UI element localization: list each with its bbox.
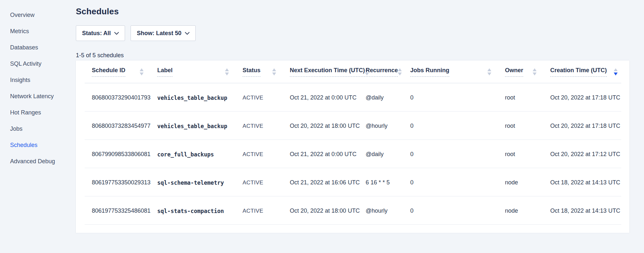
- jobs-running-cell: 0: [410, 140, 505, 168]
- creation-time-cell: Oct 18, 2022 at 14:13 UTC: [550, 168, 629, 196]
- table-header-row: Schedule ID Label Status Next Execution …: [76, 60, 629, 83]
- jobs-running-cell: 0: [410, 168, 505, 196]
- next-execution-cell: Oct 21, 2022 at 0:00 UTC: [290, 83, 366, 112]
- sort-arrows-desc-active-icon[interactable]: [614, 68, 618, 75]
- sidebar-item-hot-ranges[interactable]: Hot Ranges: [10, 109, 76, 116]
- label-cell: vehicles_table_backup: [157, 112, 243, 140]
- jobs-running-cell: 0: [410, 196, 505, 225]
- label-cell: vehicles_table_backup: [157, 83, 243, 112]
- show-filter-dropdown[interactable]: Show: Latest 50: [131, 25, 196, 41]
- jobs-running-cell: 0: [410, 112, 505, 140]
- table-row: 806197753350029313 sql-schema-telemetry …: [76, 168, 629, 196]
- owner-cell: root: [505, 140, 550, 168]
- filter-bar: Status: All Show: Latest 50: [76, 25, 633, 41]
- page-title: Schedules: [76, 7, 633, 17]
- column-header-label: Creation Time (UTC): [550, 67, 607, 77]
- column-header-schedule-id[interactable]: Schedule ID: [76, 67, 157, 77]
- label-cell: sql-stats-compaction: [157, 196, 243, 225]
- schedule-id-cell: 806800373283454977: [76, 112, 157, 140]
- sidebar-item-insights[interactable]: Insights: [10, 77, 76, 83]
- status-cell: ACTIVE: [243, 123, 263, 129]
- status-cell: ACTIVE: [243, 180, 263, 186]
- table-row: 806799098533806081 core_full_backups ACT…: [76, 140, 629, 168]
- sort-arrows-icon[interactable]: [533, 68, 537, 75]
- recurrence-cell: @hourly: [366, 112, 410, 140]
- column-header-label: Label: [157, 67, 173, 77]
- sidebar-item-advanced-debug[interactable]: Advanced Debug: [10, 158, 76, 165]
- schedule-id-cell: 806197753350029313: [76, 168, 157, 196]
- sidebar-item-databases[interactable]: Databases: [10, 44, 76, 51]
- status-filter-dropdown[interactable]: Status: All: [76, 25, 125, 41]
- owner-cell: root: [505, 83, 550, 112]
- main-content: Schedules Status: All Show: Latest 50 1-…: [76, 0, 633, 233]
- creation-time-cell: Oct 20, 2022 at 17:12 UTC: [550, 140, 629, 168]
- recurrence-cell: @daily: [366, 140, 410, 168]
- show-filter-label: Show: Latest 50: [137, 30, 181, 37]
- column-header-creation-time[interactable]: Creation Time (UTC): [550, 67, 629, 77]
- sidebar-nav: Overview Metrics Databases SQL Activity …: [0, 0, 76, 174]
- sort-arrows-icon[interactable]: [140, 68, 144, 75]
- owner-cell: node: [505, 196, 550, 225]
- recurrence-cell: @hourly: [366, 196, 410, 225]
- sidebar-item-metrics[interactable]: Metrics: [10, 28, 76, 34]
- jobs-running-cell: 0: [410, 83, 505, 112]
- sidebar-item-sql-activity[interactable]: SQL Activity: [10, 60, 76, 67]
- table-row: 806197753325486081 sql-stats-compaction …: [76, 196, 629, 225]
- status-cell: ACTIVE: [243, 151, 263, 157]
- column-header-label-col[interactable]: Label: [157, 67, 243, 77]
- column-header-status[interactable]: Status: [243, 67, 290, 77]
- schedule-id-cell: 806197753325486081: [76, 196, 157, 225]
- sort-arrows-icon[interactable]: [272, 68, 276, 75]
- schedules-table-card: Schedule ID Label Status Next Execution …: [76, 60, 629, 233]
- column-header-owner[interactable]: Owner: [505, 67, 550, 77]
- next-execution-cell: Oct 20, 2022 at 18:00 UTC: [290, 196, 366, 225]
- owner-cell: root: [505, 112, 550, 140]
- table-row: 806800373283454977 vehicles_table_backup…: [76, 112, 629, 140]
- recurrence-cell: 6 16 * * 5: [366, 168, 410, 196]
- column-header-label: Jobs Running: [410, 67, 449, 77]
- column-header-label: Next Execution Time (UTC): [290, 67, 365, 77]
- sidebar-item-network-latency[interactable]: Network Latency: [10, 93, 76, 100]
- sidebar-item-jobs[interactable]: Jobs: [10, 126, 76, 132]
- sort-arrows-icon[interactable]: [225, 68, 229, 75]
- status-cell: ACTIVE: [243, 208, 263, 214]
- sort-arrows-icon[interactable]: [487, 68, 491, 75]
- chevron-down-icon: [114, 32, 119, 35]
- column-header-label: Owner: [505, 67, 523, 77]
- table-row: 806800373290401793 vehicles_table_backup…: [76, 83, 629, 112]
- creation-time-cell: Oct 20, 2022 at 17:18 UTC: [550, 83, 629, 112]
- column-header-recurrence[interactable]: Recurrence: [366, 67, 410, 77]
- column-header-label: Recurrence: [366, 67, 398, 77]
- status-filter-label: Status: All: [82, 30, 111, 37]
- next-execution-cell: Oct 20, 2022 at 18:00 UTC: [290, 112, 366, 140]
- next-execution-cell: Oct 21, 2022 at 16:06 UTC: [290, 168, 366, 196]
- column-header-jobs-running[interactable]: Jobs Running: [410, 67, 505, 77]
- sidebar-item-overview[interactable]: Overview: [10, 12, 76, 18]
- label-cell: core_full_backups: [157, 140, 243, 168]
- schedule-id-cell: 806800373290401793: [76, 83, 157, 112]
- results-count: 1-5 of 5 schedules: [76, 52, 633, 59]
- schedule-id-cell: 806799098533806081: [76, 140, 157, 168]
- creation-time-cell: Oct 18, 2022 at 14:13 UTC: [550, 196, 629, 225]
- column-header-label: Status: [243, 67, 260, 77]
- sidebar-item-schedules[interactable]: Schedules: [10, 142, 76, 148]
- creation-time-cell: Oct 20, 2022 at 17:18 UTC: [550, 112, 629, 140]
- chevron-down-icon: [185, 32, 189, 35]
- sort-arrows-icon[interactable]: [398, 68, 402, 75]
- column-header-next-execution[interactable]: Next Execution Time (UTC): [290, 67, 366, 77]
- status-cell: ACTIVE: [243, 95, 263, 101]
- recurrence-cell: @daily: [366, 83, 410, 112]
- next-execution-cell: Oct 21, 2022 at 0:00 UTC: [290, 140, 366, 168]
- owner-cell: node: [505, 168, 550, 196]
- column-header-label: Schedule ID: [92, 67, 125, 77]
- label-cell: sql-schema-telemetry: [157, 168, 243, 196]
